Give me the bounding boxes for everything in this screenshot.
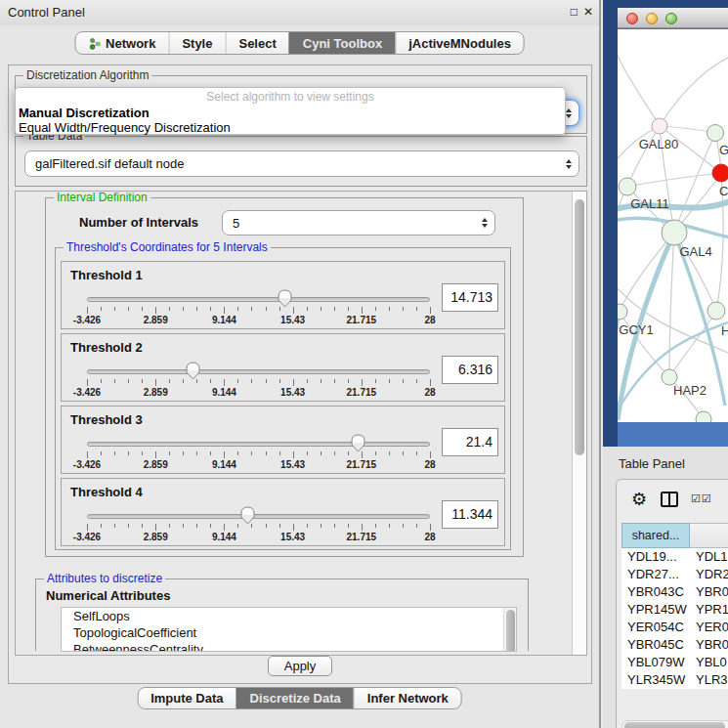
- gear-icon[interactable]: ⚙: [631, 489, 647, 510]
- table-row[interactable]: YLR345WYLR3: [621, 671, 728, 689]
- control-panel-titlebar: Control Panel □ ✕: [0, 0, 599, 25]
- slider-thumb[interactable]: [278, 289, 292, 308]
- attribute-list-item[interactable]: BetweennessCentrality: [62, 641, 516, 652]
- network-node[interactable]: [662, 220, 687, 245]
- threshold-label: Threshold 3: [70, 412, 143, 427]
- threshold-value-field[interactable]: 6.316: [442, 356, 498, 384]
- tab-jactivemnodules[interactable]: jActiveMNodules: [395, 32, 524, 54]
- screen: Control Panel □ ✕ NetworkStyleSelectCyni…: [0, 0, 728, 728]
- zoom-traffic-light-icon[interactable]: [665, 13, 677, 24]
- bottom-tab-bar: Impute DataDiscretize DataInfer Network: [137, 687, 462, 709]
- table-header-row: shared...n: [621, 523, 728, 548]
- tab-label: Select: [238, 36, 276, 51]
- threshold-value-field[interactable]: 21.4: [442, 428, 498, 456]
- algorithm-option[interactable]: Manual Discretization: [16, 106, 565, 120]
- tab-select[interactable]: Select: [225, 32, 288, 54]
- table-row[interactable]: YBL079WYBL0: [621, 654, 728, 671]
- network-node[interactable]: [619, 178, 636, 195]
- node-label: GCY1: [619, 322, 653, 337]
- tab-label: jActiveMNodules: [408, 36, 511, 51]
- threshold-slider[interactable]: -3.4262.8599.14415.4321.71528: [87, 434, 430, 473]
- slider-thumb[interactable]: [351, 434, 365, 452]
- slider-thumb[interactable]: [240, 506, 255, 525]
- table-data-combo-value: galFiltered.sif default node: [35, 156, 184, 171]
- threshold-value-field[interactable]: 11.344: [442, 500, 498, 529]
- edge[interactable]: [669, 311, 716, 377]
- edge[interactable]: [618, 51, 660, 126]
- table-column-header[interactable]: shared...: [621, 523, 690, 548]
- edge[interactable]: [627, 173, 721, 187]
- highlighted-edge[interactable]: [618, 312, 620, 371]
- settings-scroll-pane: Interval Definition Number of Intervals …: [15, 191, 587, 656]
- network-window-titlebar[interactable]: [618, 8, 728, 28]
- edge[interactable]: [669, 233, 674, 377]
- tab-label: Network: [106, 36, 155, 51]
- tab-cyni-toolbox[interactable]: Cyni Toolbox: [289, 32, 395, 54]
- slider-scale-label: 9.144: [212, 532, 236, 542]
- tab-style[interactable]: Style: [168, 32, 225, 54]
- tab-impute-data[interactable]: Impute Data: [138, 688, 236, 708]
- edge[interactable]: [660, 57, 728, 126]
- algorithm-option[interactable]: Equal Width/Frequency Discretization: [16, 120, 565, 135]
- table-cell: YER054C: [621, 619, 690, 636]
- table-rows: YDL19...YDL1YDR27...YDR2YBR043CYBR0YPR14…: [621, 548, 728, 689]
- table-cell: YDL1: [690, 548, 728, 566]
- node-label: GAL80: [639, 137, 678, 151]
- table-row[interactable]: YBR045CYBR0: [621, 636, 728, 654]
- apply-button[interactable]: Apply: [268, 656, 332, 676]
- number-of-intervals-combo[interactable]: 5: [222, 210, 495, 236]
- table-column-header[interactable]: n: [690, 523, 728, 548]
- threshold-panel: Threshold 2-3.4262.8599.14415.4321.71528…: [61, 333, 505, 402]
- discretization-algorithm-group-title: Discretization Algorithm: [23, 68, 151, 82]
- window-float-icon[interactable]: □: [571, 5, 578, 19]
- attribute-list-item[interactable]: SelfLoops: [62, 608, 516, 624]
- tab-label: Impute Data: [150, 691, 223, 706]
- edge[interactable]: [674, 133, 715, 233]
- tab-label: Cyni Toolbox: [303, 36, 382, 51]
- table-row[interactable]: YER054CYER0: [621, 619, 728, 636]
- slider-scale-label: -3.426: [73, 459, 101, 470]
- attributes-list-scrollbar[interactable]: [503, 608, 516, 651]
- minimize-traffic-light-icon[interactable]: [646, 13, 658, 24]
- select-columns-icon[interactable]: ☑☑: [691, 492, 712, 505]
- table-row[interactable]: YDR27...YDR2: [621, 566, 728, 583]
- numerical-attributes-list[interactable]: SelfLoopsTopologicalCoefficientBetweenne…: [61, 607, 517, 652]
- table-row[interactable]: YBR043CYBR0: [621, 583, 728, 601]
- table-cell: YBR0: [690, 636, 728, 654]
- tab-discretize-data[interactable]: Discretize Data: [236, 688, 354, 708]
- network-node[interactable]: [707, 125, 724, 142]
- attribute-list-item[interactable]: TopologicalCoefficient: [62, 624, 516, 641]
- slider-scale-label: 9.144: [212, 459, 236, 470]
- tab-label: Style: [182, 36, 212, 51]
- tab-network[interactable]: Network: [75, 32, 168, 54]
- node-label: HAP2: [673, 383, 707, 398]
- threshold-slider[interactable]: -3.4262.8599.14415.4321.71528: [87, 506, 430, 545]
- threshold-value-field[interactable]: 14.713: [442, 283, 498, 312]
- threshold-label: Threshold 2: [70, 340, 143, 355]
- threshold-slider[interactable]: -3.4262.8599.14415.4321.71528: [87, 289, 430, 328]
- column-layout-icon[interactable]: [661, 492, 678, 507]
- settings-pane-scrollbar[interactable]: [572, 192, 586, 655]
- network-node[interactable]: [652, 118, 667, 134]
- slider-scale-label: 15.43: [280, 315, 305, 325]
- window-close-icon[interactable]: ✕: [583, 5, 593, 19]
- table-cell: YLR3: [690, 671, 728, 689]
- network-node[interactable]: [696, 411, 711, 422]
- combo-stepper-icon: [482, 218, 488, 228]
- network-node[interactable]: [712, 164, 728, 182]
- table-row[interactable]: YDL19...YDL1: [621, 548, 728, 566]
- table-cell: YDR2: [690, 566, 728, 583]
- table-data-combo[interactable]: galFiltered.sif default node: [24, 150, 579, 177]
- tab-infer-network[interactable]: Infer Network: [354, 688, 461, 708]
- threshold-slider[interactable]: -3.4262.8599.14415.4321.71528: [87, 362, 430, 401]
- network-node[interactable]: [707, 302, 725, 320]
- table-panel: Table Panel ⚙ ☑☑ shared...n YDL19...YDL1…: [603, 447, 728, 728]
- network-canvas[interactable]: GAL80GCGAL11GAL4GCY1HHAP2: [618, 29, 728, 422]
- network-node[interactable]: [618, 304, 627, 320]
- table-cell: YPR1: [690, 601, 728, 619]
- table-row[interactable]: YPR145WYPR1: [621, 601, 728, 619]
- close-traffic-light-icon[interactable]: [626, 13, 638, 24]
- slider-thumb[interactable]: [186, 362, 200, 380]
- table-horizontal-scrollbar[interactable]: [621, 720, 728, 728]
- tab-label: Infer Network: [367, 691, 449, 706]
